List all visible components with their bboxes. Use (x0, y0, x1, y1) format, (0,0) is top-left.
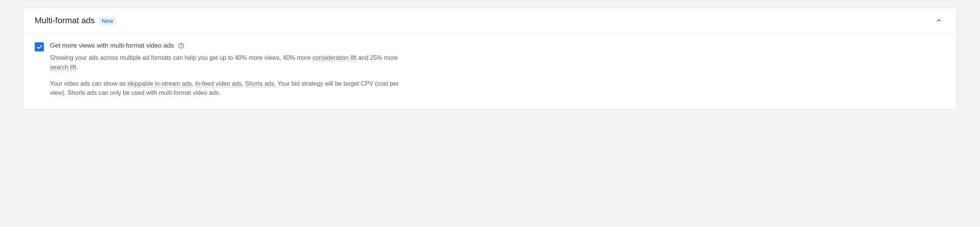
desc2-pre: Your video ads can show as (50, 80, 127, 87)
option-content: Get more views with multi-format video a… (50, 42, 401, 98)
desc1-pre: Showing your ads across multiple ad form… (50, 54, 312, 61)
help-icon (178, 42, 185, 49)
option-row: Get more views with multi-format video a… (35, 42, 945, 98)
card-header: Multi-format ads New (23, 8, 957, 34)
term-infeed-video[interactable]: in-feed video ads (195, 80, 242, 87)
svg-point-1 (181, 47, 182, 48)
help-button[interactable] (178, 42, 185, 49)
new-badge: New (99, 17, 116, 25)
collapse-toggle[interactable] (932, 14, 945, 27)
desc2-sep1: , (192, 80, 195, 87)
header-left: Multi-format ads New (35, 16, 116, 26)
description-paragraph-1: Showing your ads across multiple ad form… (50, 53, 401, 72)
checkbox-label: Get more views with multi-format video a… (50, 42, 174, 50)
description-paragraph-2: Your video ads can show as skippable in-… (50, 79, 401, 98)
desc2-sep2: , (242, 80, 245, 87)
multi-format-ads-card: Multi-format ads New Get more views with… (23, 8, 957, 110)
term-search-lift[interactable]: search lift (50, 64, 76, 71)
card-body: Get more views with multi-format video a… (23, 34, 957, 109)
term-shorts-ads[interactable]: Shorts ads. (245, 80, 276, 87)
desc1-mid: and 25% more (357, 54, 398, 61)
desc1-post: . (76, 64, 77, 70)
section-title: Multi-format ads (35, 16, 95, 26)
label-line: Get more views with multi-format video a… (50, 42, 401, 50)
term-consideration-lift[interactable]: consideration lift (312, 54, 357, 61)
check-icon (36, 43, 43, 50)
chevron-up-icon (935, 16, 943, 25)
term-skippable-instream[interactable]: skippable in-stream ads (127, 80, 192, 87)
multi-format-checkbox[interactable] (35, 42, 44, 51)
